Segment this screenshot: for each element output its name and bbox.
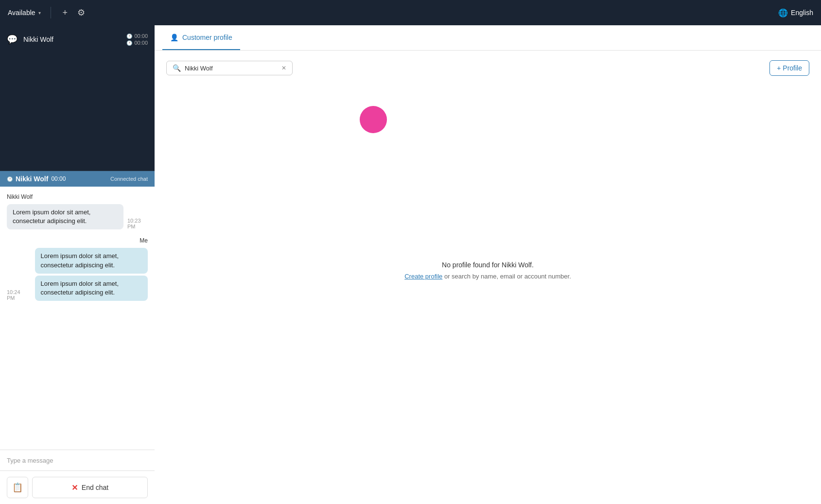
sender-label-incoming: Nikki Wolf — [7, 193, 148, 200]
end-chat-button[interactable]: ✕ End chat — [32, 477, 148, 498]
bottom-bar: 📋 ✕ End chat — [0, 470, 155, 504]
empty-state-title: No profile found for Nikki Wolf. — [442, 261, 534, 269]
create-profile-link[interactable]: Create profile — [404, 273, 442, 280]
language-selector[interactable]: 🌐 English — [778, 8, 813, 17]
chat-list: 💬 Nikki Wolf 🕐 00:00 🕐 00:00 — [0, 25, 155, 171]
navbar-divider — [51, 7, 51, 18]
sender-label-outgoing: Me — [7, 237, 148, 244]
message-bubble-outgoing1: Lorem ipsum dolor sit amet, consectetur … — [35, 248, 148, 273]
search-box: 🔍 ✕ — [166, 61, 293, 75]
chat-item-info: Nikki Wolf — [23, 35, 121, 43]
main-layout: 💬 Nikki Wolf 🕐 00:00 🕐 00:00 — [0, 25, 821, 504]
search-icon: 🔍 — [173, 64, 181, 72]
chat-messages: Nikki Wolf Lorem ipsum dolor sit amet, c… — [0, 187, 155, 450]
message-input[interactable] — [7, 457, 148, 464]
active-clock-icon: 🕐 — [7, 176, 13, 182]
panel-content: 🔍 ✕ + Profile No profile found for Nikki… — [155, 51, 821, 504]
end-chat-x-icon: ✕ — [71, 483, 78, 492]
message-time-outgoing: 10:24 PM — [7, 289, 29, 301]
gear-icon[interactable]: ⚙ — [75, 5, 87, 20]
chat-icon: 💬 — [7, 34, 17, 45]
sidebar: 💬 Nikki Wolf 🕐 00:00 🕐 00:00 — [0, 25, 155, 504]
language-label: English — [791, 9, 813, 17]
add-profile-label: + Profile — [777, 64, 802, 72]
active-chat-name: 🕐 Nikki Wolf 00:00 — [7, 175, 66, 183]
tab-customer-profile-label: Customer profile — [182, 34, 232, 41]
active-chat-timer: 00:00 — [51, 175, 66, 182]
navbar: Available ▾ + ⚙ 🌐 English — [0, 0, 821, 25]
clock-icon: 🕐 — [126, 34, 132, 39]
chevron-down-icon: ▾ — [38, 10, 41, 16]
message-time-incoming: 10:23 PM — [127, 218, 148, 229]
chat-item-times: 🕐 00:00 🕐 00:00 — [126, 33, 148, 46]
message-bubble-outgoing2: Lorem ipsum dolor sit amet, consectetur … — [35, 276, 148, 301]
chat-list-item[interactable]: 💬 Nikki Wolf 🕐 00:00 🕐 00:00 — [0, 25, 155, 53]
right-panel: 👤 Customer profile 🔍 ✕ + Profile No prof… — [155, 25, 821, 504]
empty-state-subtitle: Create profile or search by name, email … — [404, 273, 571, 280]
attachment-icon: 📋 — [12, 482, 23, 493]
search-clear-button[interactable]: ✕ — [281, 65, 286, 71]
search-row: 🔍 ✕ + Profile — [166, 60, 809, 76]
chat-item-time1: 🕐 00:00 — [126, 33, 148, 39]
add-profile-button[interactable]: + Profile — [769, 60, 809, 76]
active-chat-header: 🕐 Nikki Wolf 00:00 Connected chat — [0, 171, 155, 187]
outgoing-bubbles: Lorem ipsum dolor sit amet, consectetur … — [35, 248, 148, 301]
end-chat-label: End chat — [82, 484, 108, 491]
user-icon: 👤 — [170, 34, 178, 41]
search-input[interactable] — [185, 65, 278, 72]
pink-circle-decoration — [360, 106, 387, 133]
tab-bar: 👤 Customer profile — [155, 25, 821, 51]
status-label: Available — [8, 9, 35, 17]
chat-item-time2: 🕐 00:00 — [126, 40, 148, 46]
message-bubble-incoming: Lorem ipsum dolor sit amet, consectetur … — [7, 204, 123, 229]
connected-badge: Connected chat — [110, 176, 148, 182]
active-chat-name-label: Nikki Wolf — [16, 175, 48, 183]
attachment-button[interactable]: 📋 — [7, 477, 28, 498]
clock-icon-2: 🕐 — [126, 40, 132, 46]
empty-state: No profile found for Nikki Wolf. Create … — [166, 86, 809, 494]
empty-state-or-text: or search by name, email or account numb… — [444, 273, 571, 280]
message-row-incoming: Lorem ipsum dolor sit amet, consectetur … — [7, 204, 148, 229]
globe-icon: 🌐 — [778, 8, 788, 17]
message-input-area — [0, 450, 155, 470]
plus-icon[interactable]: + — [61, 6, 70, 20]
tab-customer-profile[interactable]: 👤 Customer profile — [162, 25, 240, 50]
chat-item-name: Nikki Wolf — [23, 35, 121, 43]
status-selector[interactable]: Available ▾ — [8, 9, 41, 17]
outgoing-group-row: 10:24 PM Lorem ipsum dolor sit amet, con… — [7, 248, 148, 301]
